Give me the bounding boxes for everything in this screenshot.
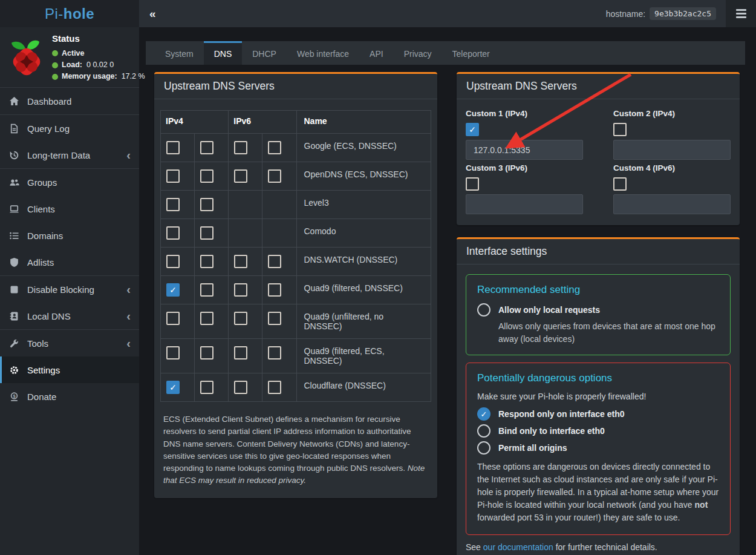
recommended-setting-box: Recommended setting Allow only local req… — [466, 274, 731, 355]
checkbox-google-ecs-dnssec-ipv6-1[interactable] — [234, 141, 247, 154]
checkbox-quad9-filtered-dnssec-ipv4-1[interactable]: ✓ — [166, 283, 180, 297]
checkbox-cloudflare-dnssec-ipv6-1[interactable] — [234, 381, 247, 394]
checkbox-quad9-unfiltered-no-dnssec-ipv4-1[interactable] — [166, 312, 180, 325]
sidebar-item-local-dns[interactable]: Local DNS‹ — [0, 303, 139, 330]
dangerous-options-box: Potentially dangerous options Make sure … — [466, 363, 731, 535]
server-name: Quad9 (filtered, DNSSEC) — [296, 276, 431, 304]
status-row-memory-usage: Memory usage: 17.2 % — [52, 71, 145, 82]
radio-description: Allows only queries from devices that ar… — [498, 320, 719, 346]
tab-dns[interactable]: DNS — [204, 41, 243, 65]
custom-2-enable-checkbox[interactable] — [613, 123, 627, 136]
radio-row-bind-only-to-interface-eth0: Bind only to interface eth0 — [477, 424, 719, 438]
custom-2-input[interactable] — [613, 140, 731, 160]
sidebar-item-dashboard[interactable]: Dashboard — [0, 88, 139, 115]
logo-bar: Pi-hole — [0, 0, 139, 27]
checkbox-comodo-ipv4-2[interactable] — [200, 226, 213, 240]
stop-icon — [9, 284, 27, 295]
checkbox-cloudflare-dnssec-ipv6-2[interactable] — [268, 381, 281, 394]
sidebar: Pi-hole Status ActiveLoad: 0 0.02 0Memor… — [0, 0, 139, 555]
sidebar-item-clients[interactable]: Clients — [0, 195, 139, 222]
upstream-row-level3: Level3 — [161, 191, 431, 219]
custom-4-enable-checkbox[interactable] — [613, 177, 627, 191]
checkbox-google-ecs-dnssec-ipv6-2[interactable] — [268, 141, 281, 154]
permit-all-origins-radio[interactable] — [477, 441, 490, 455]
upstream-dns-table-panel: Upstream DNS Servers IPv4IPv6Name Google… — [154, 72, 437, 498]
checkbox-cloudflare-dnssec-ipv4-2[interactable] — [200, 381, 213, 394]
tools-icon — [9, 338, 27, 349]
sidebar-item-settings[interactable]: Settings — [0, 356, 139, 383]
table-body: Google (ECS, DNSSEC)OpenDNS (ECS, DNSSEC… — [161, 134, 431, 402]
status-row-active: Active — [52, 48, 145, 59]
table-header: IPv4IPv6Name — [161, 111, 431, 134]
checkbox-level3-ipv4-2[interactable] — [200, 198, 213, 211]
custom-4-input[interactable] — [613, 194, 731, 214]
tab-privacy[interactable]: Privacy — [394, 41, 442, 65]
checkbox-dns-watch-dnssec-ipv4-2[interactable] — [200, 255, 213, 268]
checkbox-opendns-ecs-dnssec-ipv4-2[interactable] — [200, 169, 213, 183]
tab-web-interface[interactable]: Web interface — [287, 41, 359, 65]
sidebar-item-disable-blocking[interactable]: Disable Blocking‹ — [0, 276, 139, 303]
server-name: Quad9 (filtered, ECS, DNSSEC) — [296, 339, 431, 373]
sidebar-item-adlists[interactable]: Adlists — [0, 249, 139, 276]
address-book-icon — [9, 311, 27, 321]
radio-row-permit-all-origins: Permit all origins — [477, 441, 719, 455]
tab-api[interactable]: API — [359, 41, 394, 65]
column-header-ipv4: IPv4 — [161, 111, 229, 134]
checkbox-dns-watch-dnssec-ipv6-2[interactable] — [268, 255, 281, 268]
sidebar-collapse-icon[interactable]: « — [139, 7, 166, 21]
checkbox-dns-watch-dnssec-ipv6-1[interactable] — [234, 255, 247, 268]
checkbox-quad9-filtered-dnssec-ipv6-1[interactable] — [234, 283, 247, 297]
documentation-line: See our documentation for further techni… — [466, 542, 731, 552]
allow-local-requests-radio[interactable] — [477, 303, 490, 317]
sidebar-item-tools[interactable]: Tools‹ — [0, 330, 139, 356]
checkbox-quad9-filtered-ecs-dnssec-ipv6-2[interactable] — [268, 346, 281, 360]
sidebar-item-domains[interactable]: Domains — [0, 222, 139, 249]
sidebar-item-query-log[interactable]: Query Log — [0, 115, 139, 142]
checkbox-quad9-unfiltered-no-dnssec-ipv6-1[interactable] — [234, 312, 247, 325]
svg-text:$: $ — [13, 393, 16, 398]
checkbox-opendns-ecs-dnssec-ipv6-1[interactable] — [234, 169, 247, 183]
sidebar-item-groups[interactable]: Groups — [0, 169, 139, 195]
checkbox-quad9-filtered-ecs-dnssec-ipv4-1[interactable] — [166, 346, 180, 360]
respond-only-on-interface-eth0-radio[interactable]: ✓ — [477, 407, 490, 421]
custom-dns-grid: Custom 1 (IPv4)✓Custom 2 (IPv4)Custom 3 … — [463, 108, 734, 214]
checkbox-quad9-filtered-ecs-dnssec-ipv6-1[interactable] — [234, 346, 247, 360]
checkbox-quad9-filtered-dnssec-ipv6-2[interactable] — [268, 283, 281, 297]
status-dot-icon — [52, 50, 58, 56]
custom-3-input[interactable] — [466, 194, 583, 214]
checkbox-quad9-unfiltered-no-dnssec-ipv6-2[interactable] — [268, 312, 281, 325]
custom-field-label: Custom 1 (IPv4) — [466, 109, 583, 118]
checkbox-cloudflare-dnssec-ipv4-1[interactable]: ✓ — [166, 381, 180, 394]
bind-only-to-interface-eth0-radio[interactable] — [477, 424, 490, 438]
file-icon — [9, 123, 27, 134]
checkbox-google-ecs-dnssec-ipv4-1[interactable] — [166, 141, 180, 154]
checkbox-opendns-ecs-dnssec-ipv6-2[interactable] — [268, 169, 281, 183]
server-name: Google (ECS, DNSSEC) — [296, 134, 431, 162]
hamburger-icon[interactable] — [726, 0, 756, 27]
checkbox-opendns-ecs-dnssec-ipv4-1[interactable] — [166, 169, 180, 183]
pihole-logo[interactable]: Pi-hole — [45, 5, 94, 22]
chevron-left-icon: ‹ — [126, 283, 131, 295]
upstream-row-quad9-filtered-dnssec: ✓Quad9 (filtered, DNSSEC) — [161, 276, 431, 304]
upstream-row-cloudflare-dnssec: ✓Cloudflare (DNSSEC) — [161, 373, 431, 402]
checkbox-google-ecs-dnssec-ipv4-2[interactable] — [200, 141, 213, 154]
checkbox-comodo-ipv4-1[interactable] — [166, 226, 180, 240]
checkbox-dns-watch-dnssec-ipv4-1[interactable] — [166, 255, 180, 268]
status-row-load: Load: 0 0.02 0 — [52, 59, 145, 71]
tab-dhcp[interactable]: DHCP — [242, 41, 287, 65]
checkbox-quad9-unfiltered-no-dnssec-ipv4-2[interactable] — [200, 312, 213, 325]
status-panel: Status ActiveLoad: 0 0.02 0Memory usage:… — [0, 27, 139, 88]
custom-3-enable-checkbox[interactable] — [466, 177, 479, 191]
sidebar-item-donate[interactable]: $Donate — [0, 383, 139, 410]
tab-teleporter[interactable]: Teleporter — [442, 41, 500, 65]
hostname-label: hostname: — [606, 9, 645, 19]
checkbox-quad9-filtered-dnssec-ipv4-2[interactable] — [200, 283, 213, 297]
checkbox-level3-ipv4-1[interactable] — [166, 198, 180, 211]
sidebar-item-long-term-data[interactable]: Long-term Data‹ — [0, 142, 139, 169]
checkbox-quad9-filtered-ecs-dnssec-ipv4-2[interactable] — [200, 346, 213, 360]
custom-1-input[interactable] — [466, 140, 583, 160]
custom-1-enable-checkbox[interactable]: ✓ — [466, 123, 479, 136]
server-name: Comodo — [296, 219, 431, 248]
tab-system[interactable]: System — [155, 41, 204, 65]
documentation-link[interactable]: our documentation — [483, 542, 553, 552]
